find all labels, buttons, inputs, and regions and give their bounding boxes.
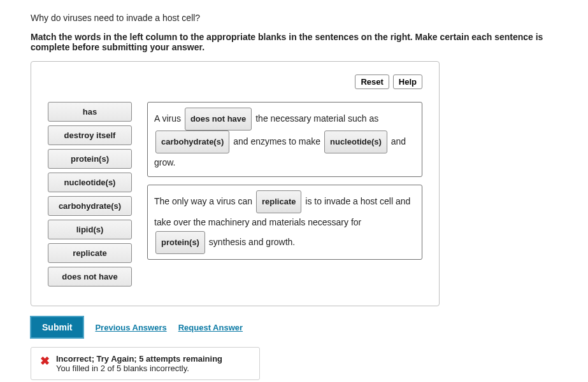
feedback-detail: You filled in 2 of 5 blanks incorrectly. — [56, 364, 222, 373]
sentence-text: synthesis and growth. — [209, 237, 295, 247]
sentence-text: The only way a virus can — [154, 196, 255, 206]
word-item[interactable]: protein(s) — [48, 149, 132, 169]
incorrect-icon: ✖ — [40, 355, 50, 367]
previous-answers-link[interactable]: Previous Answers — [95, 323, 166, 332]
sentence-column: A virus does not have the necessary mate… — [147, 102, 422, 286]
sentence-text: and enzymes to make — [233, 136, 323, 146]
word-item[interactable]: nucleotide(s) — [48, 173, 132, 192]
sentence-2: The only way a virus can replicate is to… — [147, 185, 422, 260]
word-item[interactable]: does not have — [48, 267, 132, 286]
sentence-text: A virus — [154, 113, 183, 124]
action-row: Submit Previous Answers Request Answer — [31, 316, 557, 338]
word-item[interactable]: lipid(s) — [48, 220, 132, 239]
panel-controls: Reset Help — [48, 74, 422, 89]
feedback-title: Incorrect; Try Again; 5 attempts remaini… — [56, 354, 222, 364]
filled-blank[interactable]: carbohydrate(s) — [155, 131, 229, 153]
request-answer-link[interactable]: Request Answer — [178, 323, 243, 332]
instruction-text: Match the words in the left column to th… — [31, 32, 557, 52]
filled-blank[interactable]: does not have — [185, 108, 252, 131]
word-item[interactable]: carbohydrate(s) — [48, 196, 132, 216]
sentence-1: A virus does not have the necessary mate… — [147, 102, 422, 177]
submit-button[interactable]: Submit — [31, 316, 83, 338]
word-item[interactable]: replicate — [48, 243, 132, 263]
filled-blank[interactable]: protein(s) — [155, 231, 205, 254]
match-panel: Reset Help has destroy itself protein(s)… — [31, 61, 440, 306]
word-item[interactable]: has — [48, 102, 132, 122]
word-item[interactable]: destroy itself — [48, 125, 132, 145]
filled-blank[interactable]: nucleotide(s) — [324, 131, 387, 153]
sentence-text: the necessary material such as — [255, 113, 378, 124]
question-title: Why do viruses need to invade a host cel… — [31, 13, 557, 23]
match-area: has destroy itself protein(s) nucleotide… — [48, 102, 422, 286]
word-column: has destroy itself protein(s) nucleotide… — [48, 102, 132, 286]
help-button[interactable]: Help — [393, 74, 422, 89]
feedback-text: Incorrect; Try Again; 5 attempts remaini… — [56, 354, 222, 373]
filled-blank[interactable]: replicate — [256, 190, 301, 213]
feedback-box: ✖ Incorrect; Try Again; 5 attempts remai… — [31, 347, 260, 380]
reset-button[interactable]: Reset — [355, 74, 389, 89]
